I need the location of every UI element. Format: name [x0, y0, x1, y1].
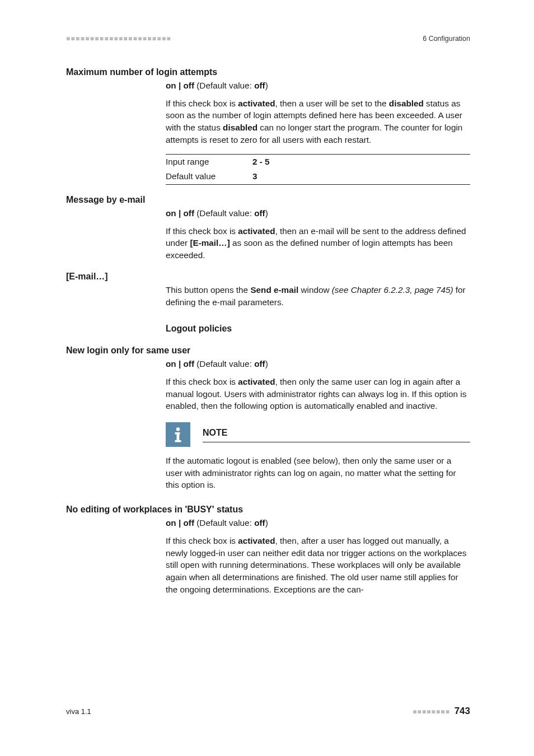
opt-post: ): [265, 359, 268, 368]
option-line: on | off (Default value: off): [166, 517, 470, 529]
opt-default: off: [254, 359, 265, 368]
text-bold: activated: [238, 377, 275, 386]
option-line: on | off (Default value: off): [166, 207, 470, 220]
paragraph: If this check box is activated, then a u…: [166, 97, 470, 146]
header-dots: ■■■■■■■■■■■■■■■■■■■■■■: [66, 35, 171, 43]
page-number: 743: [455, 706, 470, 716]
text-bold: disabled: [389, 99, 424, 108]
logout-policies-wrap: Logout policies: [166, 323, 470, 335]
opt-mid: (Default value:: [194, 518, 254, 528]
svg-point-0: [176, 427, 180, 431]
paragraph: This button opens the Send e-mail window…: [166, 284, 470, 308]
opt-mid: (Default value:: [194, 81, 254, 90]
page-header: ■■■■■■■■■■■■■■■■■■■■■■ 6 Configuration: [66, 35, 470, 43]
text: If this check box is: [166, 226, 238, 236]
table-label: Default value: [166, 169, 252, 184]
text-bold: activated: [238, 536, 275, 545]
body-busy: on | off (Default value: off) If this ch…: [166, 517, 470, 595]
note-box: NOTE If the automatic logout is enabled …: [166, 422, 470, 491]
svg-rect-2: [177, 432, 180, 440]
body-same-user: on | off (Default value: off) If this ch…: [166, 358, 470, 491]
heading-busy: No editing of workplaces in 'BUSY' statu…: [66, 505, 470, 515]
opt-values: on | off: [166, 359, 194, 368]
text: If this check box is: [166, 99, 238, 108]
heading-same-user: New login only for same user: [66, 346, 470, 356]
opt-post: ): [265, 208, 268, 218]
table-row: Default value 3: [166, 169, 470, 184]
option-line: on | off (Default value: off): [166, 80, 470, 92]
text-bold: [E-mail…]: [190, 238, 229, 248]
heading-email-button: [E-mail…]: [66, 272, 470, 282]
body-email-button: This button opens the Send e-mail window…: [166, 284, 470, 308]
opt-post: ): [265, 518, 268, 528]
paragraph: If this check box is activated, then, af…: [166, 535, 470, 596]
text: window: [298, 285, 332, 295]
body-max-attempts: on | off (Default value: off) If this ch…: [166, 80, 470, 185]
text: If this check box is: [166, 536, 238, 545]
table-row: Input range 2 - 5: [166, 154, 470, 169]
text-bold: disabled: [223, 123, 257, 132]
body-msg-email: on | off (Default value: off) If this ch…: [166, 207, 470, 262]
table-label: Input range: [166, 154, 252, 169]
opt-values: on | off: [166, 81, 194, 90]
svg-rect-3: [175, 440, 181, 442]
opt-default: off: [254, 518, 265, 528]
note-title-wrap: NOTE: [190, 422, 470, 447]
note-body: If the automatic logout is enabled (see …: [166, 455, 470, 491]
input-range-table: Input range 2 - 5 Default value 3: [166, 154, 470, 185]
text: If this check box is: [166, 377, 238, 386]
opt-mid: (Default value:: [194, 359, 254, 368]
option-line: on | off (Default value: off): [166, 358, 470, 370]
page-footer: viva 1.1 ■■■■■■■■ 743: [66, 706, 470, 717]
opt-default: off: [254, 81, 265, 90]
text-italic: (see Chapter 6.2.2.3, page 745): [332, 285, 453, 295]
opt-post: ): [265, 81, 268, 90]
text: This button opens the: [166, 285, 250, 295]
text-bold: Send e-mail: [250, 285, 298, 295]
paragraph: If this check box is activated, then an …: [166, 225, 470, 262]
text: , then a user will be set to the: [275, 99, 389, 108]
footer-dots: ■■■■■■■■: [413, 708, 450, 716]
opt-values: on | off: [166, 518, 194, 528]
heading-msg-email: Message by e-mail: [66, 195, 470, 205]
paragraph: If this check box is activated, then onl…: [166, 376, 470, 412]
text-bold: activated: [238, 226, 275, 236]
heading-max-attempts: Maximum number of login attempts: [66, 67, 470, 77]
opt-default: off: [254, 208, 265, 218]
breadcrumb: 6 Configuration: [423, 35, 470, 43]
table-value: 2 - 5: [252, 154, 470, 169]
heading-logout-policies: Logout policies: [166, 323, 470, 335]
table-value: 3: [252, 169, 470, 184]
footer-right: ■■■■■■■■ 743: [413, 706, 470, 717]
opt-mid: (Default value:: [194, 208, 254, 218]
opt-values: on | off: [166, 208, 194, 218]
note-title: NOTE: [203, 427, 470, 442]
info-icon: [166, 422, 190, 447]
note-head: NOTE: [166, 422, 470, 447]
text-bold: activated: [238, 99, 275, 108]
footer-left: viva 1.1: [66, 707, 91, 716]
